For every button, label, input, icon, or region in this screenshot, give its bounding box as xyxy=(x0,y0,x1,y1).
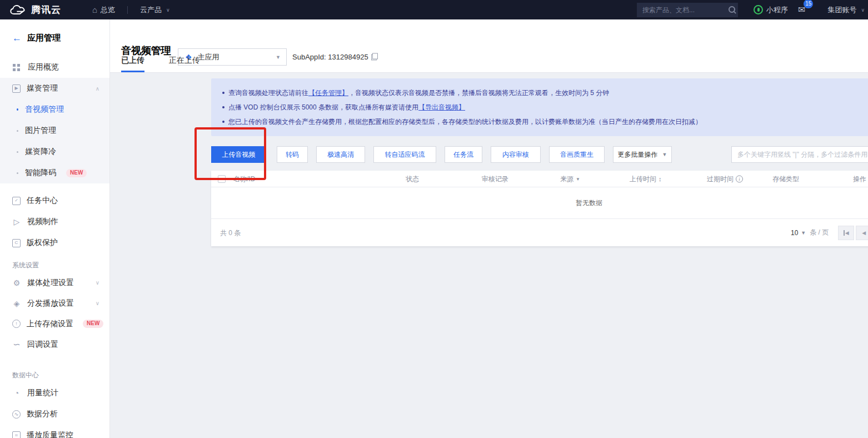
first-page-button[interactable]: ◀ xyxy=(838,226,854,240)
new-badge: NEW xyxy=(66,169,87,177)
sidebar-section-data-center: 数据中心 xyxy=(0,364,109,382)
sidebar-item-callback-settings[interactable]: ∽ 回调设置 xyxy=(0,334,109,355)
chevron-down-icon: ▼ xyxy=(276,54,281,60)
sidebar-item-app-overview[interactable]: 应用概览 xyxy=(0,57,109,78)
chevron-down-icon: ▼ xyxy=(662,152,667,157)
total-count: 共 0 条 xyxy=(220,228,241,237)
bullet-icon xyxy=(17,172,18,174)
col-upload-time: 上传时间↕ xyxy=(630,174,662,183)
first-page-icon: ◀ xyxy=(844,230,849,236)
callback-icon: ∽ xyxy=(12,340,21,349)
miniprogram-icon xyxy=(754,5,763,14)
subappid: SubAppId: 1312984925 xyxy=(292,53,378,61)
more-batch-actions-button[interactable]: 更多批量操作 ▼ xyxy=(613,146,672,163)
pagination-controls: 10 ▼ 条 / 页 ◀ ◀ xyxy=(791,226,868,240)
distribution-icon: ◈ xyxy=(12,300,21,307)
task-center-icon: ✓ xyxy=(12,197,21,205)
toolbar: 上传音视频 转码 极速高清 转自适应码流 任务流 内容审核 音画质重生 更多批量… xyxy=(211,146,868,163)
bullet-icon xyxy=(222,92,225,94)
chevron-down-icon: ▼ xyxy=(801,230,806,236)
topbar-search[interactable] xyxy=(637,3,738,17)
col-actions: 操作 xyxy=(853,174,866,183)
tencent-cloud-logo[interactable]: 腾讯云 xyxy=(10,3,61,16)
search-icon[interactable] xyxy=(729,6,736,14)
transcode-button[interactable]: 转码 xyxy=(277,146,308,163)
bullet-icon xyxy=(222,121,225,123)
sidebar-item-data-analysis[interactable]: ∿ 数据分析 xyxy=(0,404,109,425)
col-storage-type: 存储类型 xyxy=(772,174,799,183)
sidebar-item-upload-storage-settings[interactable]: ↑ 上传存储设置 NEW xyxy=(0,313,109,334)
col-source: 来源▼ xyxy=(560,174,580,183)
notice-item: 您已上传的音视频文件会产生存储费用，根据您配置相应的存储类型后，各存储类型的统计… xyxy=(221,115,868,129)
sidebar-item-media-assets[interactable]: ▶ 媒资管理 ∧ xyxy=(0,78,109,99)
col-review-record: 审核记录 xyxy=(482,174,508,183)
empty-state: 暂无数据 xyxy=(211,187,868,219)
sidebar-item-usage-statistics[interactable]: ◔ 用量统计 xyxy=(0,382,109,404)
sidebar-item-video-production[interactable]: ▷ 视频制作 xyxy=(0,211,109,232)
tab-bar: 已上传 正在上传 xyxy=(121,56,200,72)
app-selector-value: 主应用 xyxy=(198,52,276,62)
usage-stats-icon: ◔ xyxy=(12,389,21,397)
nav-miniprogram[interactable]: 小程序 xyxy=(754,0,788,19)
nav-messages[interactable]: ✉ 15 xyxy=(798,4,805,15)
sidebar-item-task-center[interactable]: ✓ 任务中心 xyxy=(0,190,109,211)
notice-item: 查询音视频处理状态请前往【任务管理】，音视频状态仅表示音视频是否禁播，禁播后音视… xyxy=(221,86,868,100)
sidebar-item-audio-video-management[interactable]: 音视频管理 xyxy=(0,99,109,120)
col-name-id: 名称/ID xyxy=(233,174,255,183)
sidebar-item-image-management[interactable]: 图片管理 xyxy=(0,120,109,141)
sidebar-item-playback-quality-monitor[interactable]: ıı 播放质量监控 xyxy=(0,425,109,438)
keyword-filter-input[interactable] xyxy=(731,146,868,163)
task-flow-button[interactable]: 任务流 xyxy=(445,146,482,163)
top-speed-hd-button[interactable]: 极速高清 xyxy=(316,146,365,163)
prev-page-button[interactable]: ◀ xyxy=(856,226,868,240)
av-remaster-button[interactable]: 音画质重生 xyxy=(549,146,605,163)
page-size-unit: 条 / 页 xyxy=(810,228,829,237)
content-review-button[interactable]: 内容审核 xyxy=(491,146,541,163)
info-icon[interactable]: i xyxy=(736,175,743,182)
prev-page-icon: ◀ xyxy=(862,230,866,236)
tab-uploading[interactable]: 正在上传 xyxy=(169,56,200,72)
pagination: 共 0 条 10 ▼ 条 / 页 ◀ ◀ xyxy=(211,219,868,246)
chevron-down-icon: ∨ xyxy=(166,7,170,13)
copy-icon[interactable] xyxy=(371,53,378,61)
tab-uploaded[interactable]: 已上传 xyxy=(121,56,144,72)
sidebar-back-app-management[interactable]: ← 应用管理 xyxy=(0,23,109,53)
sidebar-group-media-assets: ▶ 媒资管理 ∧ 音视频管理 图片管理 媒资降冷 智能降码 NEW xyxy=(0,78,109,183)
notice-panel: 查询音视频处理状态请前往【任务管理】，音视频状态仅表示音视频是否禁播，禁播后音视… xyxy=(211,78,868,136)
topbar-divider xyxy=(127,6,128,14)
nav-products[interactable]: 云产品 ∨ xyxy=(132,0,178,19)
adaptive-bitrate-button[interactable]: 转自适应码流 xyxy=(373,146,436,163)
table-header: 名称/ID 状态 审核记录 来源▼ 上传时间↕ 过期时间i 存储类型 操作 xyxy=(211,171,868,187)
nav-account[interactable]: 集团账号 ∨ xyxy=(820,0,865,19)
page-size-select[interactable]: 10 ▼ xyxy=(791,229,806,237)
nav-overview[interactable]: ⌂ 总览 xyxy=(84,0,123,19)
sidebar-item-distribution-playback-settings[interactable]: ◈ 分发播放设置 ∨ xyxy=(0,293,109,313)
sidebar-item-smart-bitrate[interactable]: 智能降码 NEW xyxy=(0,162,109,183)
filter-icon[interactable]: ▼ xyxy=(576,176,580,181)
data-analysis-icon: ∿ xyxy=(12,410,21,419)
page-header: 音视频管理 ❖ 主应用 ▼ SubAppId: 1312984925 已上传 正… xyxy=(110,19,868,73)
upload-audio-video-button[interactable]: 上传音视频 xyxy=(211,146,266,163)
bullet-icon xyxy=(17,130,18,132)
sort-icon[interactable]: ↕ xyxy=(659,176,662,182)
copyright-icon: C xyxy=(12,239,21,247)
bullet-icon xyxy=(17,151,18,153)
chevron-up-icon: ∧ xyxy=(96,86,99,92)
export-audio-video-link[interactable]: 【导出音视频】 xyxy=(418,103,465,111)
select-all-checkbox[interactable] xyxy=(218,175,226,183)
task-management-link[interactable]: 【任务管理】 xyxy=(308,89,348,97)
sidebar-item-media-processing-settings[interactable]: ⚙ 媒体处理设置 ∨ xyxy=(0,272,109,293)
topbar-search-input[interactable] xyxy=(642,6,729,14)
cloud-logo-icon xyxy=(10,4,27,16)
col-status: 状态 xyxy=(406,174,419,183)
bullet-icon xyxy=(17,108,18,111)
upload-storage-icon: ↑ xyxy=(12,320,21,328)
home-icon: ⌂ xyxy=(92,5,97,14)
sidebar-item-media-cooling[interactable]: 媒资降冷 xyxy=(0,141,109,162)
video-production-icon: ▷ xyxy=(12,218,21,226)
overview-grid-icon xyxy=(13,64,20,71)
sidebar-item-copyright-protection[interactable]: C 版权保护 xyxy=(0,232,109,253)
topbar: 腾讯云 ⌂ 总览 云产品 ∨ 小程序 ✉ 15 集团账号 ∨ xyxy=(0,0,868,19)
new-badge: NEW xyxy=(83,320,103,328)
sidebar-section-system-settings: 系统设置 xyxy=(0,253,109,272)
